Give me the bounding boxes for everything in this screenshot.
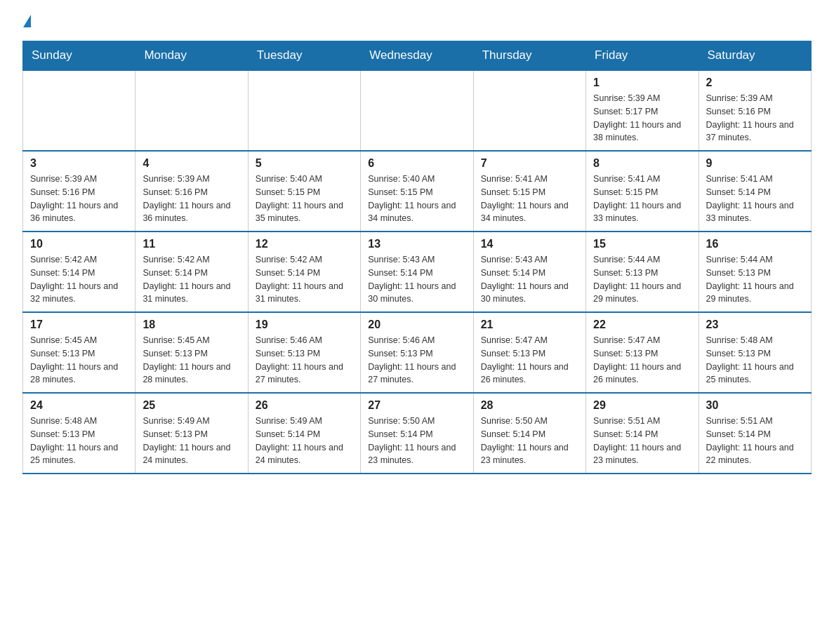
day-info: Sunrise: 5:44 AMSunset: 5:13 PMDaylight:… bbox=[593, 253, 691, 306]
day-number: 20 bbox=[368, 318, 465, 331]
day-info: Sunrise: 5:40 AMSunset: 5:15 PMDaylight:… bbox=[256, 173, 353, 225]
calendar-cell: 29Sunrise: 5:51 AMSunset: 5:14 PMDayligh… bbox=[586, 393, 699, 474]
day-number: 3 bbox=[30, 157, 128, 170]
day-number: 15 bbox=[593, 238, 691, 250]
day-info: Sunrise: 5:39 AMSunset: 5:16 PMDaylight:… bbox=[143, 173, 240, 225]
day-info: Sunrise: 5:40 AMSunset: 5:15 PMDaylight:… bbox=[368, 173, 465, 225]
day-number: 25 bbox=[143, 399, 240, 412]
day-number: 17 bbox=[30, 318, 128, 331]
calendar-week-3: 10Sunrise: 5:42 AMSunset: 5:14 PMDayligh… bbox=[23, 232, 812, 312]
day-number: 24 bbox=[30, 399, 128, 412]
day-info: Sunrise: 5:42 AMSunset: 5:14 PMDaylight:… bbox=[143, 253, 240, 306]
day-info: Sunrise: 5:50 AMSunset: 5:14 PMDaylight:… bbox=[481, 415, 578, 467]
calendar-cell: 28Sunrise: 5:50 AMSunset: 5:14 PMDayligh… bbox=[473, 393, 585, 474]
calendar-week-5: 24Sunrise: 5:48 AMSunset: 5:13 PMDayligh… bbox=[23, 393, 812, 474]
calendar-table: SundayMondayTuesdayWednesdayThursdayFrid… bbox=[22, 41, 812, 474]
weekday-header-wednesday: Wednesday bbox=[361, 41, 473, 71]
day-number: 10 bbox=[30, 238, 128, 250]
calendar-cell: 2Sunrise: 5:39 AMSunset: 5:16 PMDaylight… bbox=[699, 70, 811, 151]
calendar-cell: 25Sunrise: 5:49 AMSunset: 5:13 PMDayligh… bbox=[135, 393, 248, 474]
day-info: Sunrise: 5:50 AMSunset: 5:14 PMDaylight:… bbox=[368, 415, 465, 467]
day-number: 14 bbox=[481, 238, 578, 250]
day-number: 27 bbox=[368, 399, 465, 412]
calendar-cell: 23Sunrise: 5:48 AMSunset: 5:13 PMDayligh… bbox=[699, 312, 811, 393]
day-info: Sunrise: 5:44 AMSunset: 5:13 PMDaylight:… bbox=[706, 253, 804, 306]
day-info: Sunrise: 5:42 AMSunset: 5:14 PMDaylight:… bbox=[30, 253, 128, 306]
day-info: Sunrise: 5:46 AMSunset: 5:13 PMDaylight:… bbox=[256, 334, 353, 387]
weekday-header-thursday: Thursday bbox=[473, 41, 585, 71]
day-info: Sunrise: 5:48 AMSunset: 5:13 PMDaylight:… bbox=[706, 334, 804, 387]
calendar-cell bbox=[135, 70, 248, 151]
day-info: Sunrise: 5:41 AMSunset: 5:14 PMDaylight:… bbox=[706, 173, 804, 225]
day-number: 13 bbox=[368, 238, 465, 250]
weekday-header-saturday: Saturday bbox=[699, 41, 811, 71]
day-info: Sunrise: 5:45 AMSunset: 5:13 PMDaylight:… bbox=[143, 334, 240, 387]
day-number: 22 bbox=[593, 318, 691, 331]
day-info: Sunrise: 5:43 AMSunset: 5:14 PMDaylight:… bbox=[481, 253, 578, 306]
calendar-cell bbox=[248, 70, 360, 151]
weekday-header-row: SundayMondayTuesdayWednesdayThursdayFrid… bbox=[23, 41, 812, 71]
day-number: 16 bbox=[706, 238, 804, 250]
page-header bbox=[22, 17, 812, 29]
calendar-cell: 19Sunrise: 5:46 AMSunset: 5:13 PMDayligh… bbox=[248, 312, 360, 393]
logo-arrow-icon bbox=[23, 15, 31, 27]
day-info: Sunrise: 5:41 AMSunset: 5:15 PMDaylight:… bbox=[481, 173, 578, 225]
calendar-cell: 11Sunrise: 5:42 AMSunset: 5:14 PMDayligh… bbox=[135, 232, 248, 312]
weekday-header-monday: Monday bbox=[135, 41, 248, 71]
calendar-cell: 17Sunrise: 5:45 AMSunset: 5:13 PMDayligh… bbox=[23, 312, 135, 393]
weekday-header-friday: Friday bbox=[586, 41, 699, 71]
day-number: 5 bbox=[256, 157, 353, 170]
calendar-cell: 5Sunrise: 5:40 AMSunset: 5:15 PMDaylight… bbox=[248, 151, 360, 232]
day-info: Sunrise: 5:51 AMSunset: 5:14 PMDaylight:… bbox=[706, 415, 804, 467]
day-number: 7 bbox=[481, 157, 578, 170]
calendar-cell: 24Sunrise: 5:48 AMSunset: 5:13 PMDayligh… bbox=[23, 393, 135, 474]
calendar-cell: 15Sunrise: 5:44 AMSunset: 5:13 PMDayligh… bbox=[586, 232, 699, 312]
calendar-cell: 13Sunrise: 5:43 AMSunset: 5:14 PMDayligh… bbox=[361, 232, 473, 312]
day-info: Sunrise: 5:39 AMSunset: 5:16 PMDaylight:… bbox=[706, 92, 804, 145]
calendar-cell: 16Sunrise: 5:44 AMSunset: 5:13 PMDayligh… bbox=[699, 232, 811, 312]
calendar-cell: 27Sunrise: 5:50 AMSunset: 5:14 PMDayligh… bbox=[361, 393, 473, 474]
day-number: 28 bbox=[481, 399, 578, 412]
day-number: 1 bbox=[593, 76, 691, 89]
calendar-cell: 14Sunrise: 5:43 AMSunset: 5:14 PMDayligh… bbox=[473, 232, 585, 312]
day-info: Sunrise: 5:46 AMSunset: 5:13 PMDaylight:… bbox=[368, 334, 465, 387]
calendar-cell: 7Sunrise: 5:41 AMSunset: 5:15 PMDaylight… bbox=[473, 151, 585, 232]
day-info: Sunrise: 5:45 AMSunset: 5:13 PMDaylight:… bbox=[30, 334, 128, 387]
day-number: 2 bbox=[706, 76, 804, 89]
day-number: 8 bbox=[593, 157, 691, 170]
day-number: 11 bbox=[143, 238, 240, 250]
day-number: 21 bbox=[481, 318, 578, 331]
calendar-cell: 10Sunrise: 5:42 AMSunset: 5:14 PMDayligh… bbox=[23, 232, 135, 312]
day-number: 23 bbox=[706, 318, 804, 331]
day-info: Sunrise: 5:47 AMSunset: 5:13 PMDaylight:… bbox=[593, 334, 691, 387]
calendar-cell: 30Sunrise: 5:51 AMSunset: 5:14 PMDayligh… bbox=[699, 393, 811, 474]
calendar-cell bbox=[361, 70, 473, 151]
calendar-cell: 18Sunrise: 5:45 AMSunset: 5:13 PMDayligh… bbox=[135, 312, 248, 393]
day-number: 18 bbox=[143, 318, 240, 331]
calendar-cell: 6Sunrise: 5:40 AMSunset: 5:15 PMDaylight… bbox=[361, 151, 473, 232]
calendar-week-1: 1Sunrise: 5:39 AMSunset: 5:17 PMDaylight… bbox=[23, 70, 812, 151]
day-number: 6 bbox=[368, 157, 465, 170]
day-info: Sunrise: 5:43 AMSunset: 5:14 PMDaylight:… bbox=[368, 253, 465, 306]
calendar-cell bbox=[23, 70, 135, 151]
calendar-cell: 4Sunrise: 5:39 AMSunset: 5:16 PMDaylight… bbox=[135, 151, 248, 232]
weekday-header-sunday: Sunday bbox=[23, 41, 135, 71]
day-info: Sunrise: 5:49 AMSunset: 5:14 PMDaylight:… bbox=[256, 415, 353, 467]
day-number: 9 bbox=[706, 157, 804, 170]
logo bbox=[22, 17, 31, 29]
day-info: Sunrise: 5:51 AMSunset: 5:14 PMDaylight:… bbox=[593, 415, 691, 467]
calendar-cell: 20Sunrise: 5:46 AMSunset: 5:13 PMDayligh… bbox=[361, 312, 473, 393]
day-info: Sunrise: 5:49 AMSunset: 5:13 PMDaylight:… bbox=[143, 415, 240, 467]
calendar-cell: 21Sunrise: 5:47 AMSunset: 5:13 PMDayligh… bbox=[473, 312, 585, 393]
calendar-cell: 8Sunrise: 5:41 AMSunset: 5:15 PMDaylight… bbox=[586, 151, 699, 232]
day-number: 30 bbox=[706, 399, 804, 412]
day-info: Sunrise: 5:47 AMSunset: 5:13 PMDaylight:… bbox=[481, 334, 578, 387]
calendar-cell: 9Sunrise: 5:41 AMSunset: 5:14 PMDaylight… bbox=[699, 151, 811, 232]
day-number: 19 bbox=[256, 318, 353, 331]
calendar-cell: 1Sunrise: 5:39 AMSunset: 5:17 PMDaylight… bbox=[586, 70, 699, 151]
calendar-week-2: 3Sunrise: 5:39 AMSunset: 5:16 PMDaylight… bbox=[23, 151, 812, 232]
calendar-cell: 22Sunrise: 5:47 AMSunset: 5:13 PMDayligh… bbox=[586, 312, 699, 393]
day-number: 29 bbox=[593, 399, 691, 412]
day-info: Sunrise: 5:41 AMSunset: 5:15 PMDaylight:… bbox=[593, 173, 691, 225]
weekday-header-tuesday: Tuesday bbox=[248, 41, 360, 71]
